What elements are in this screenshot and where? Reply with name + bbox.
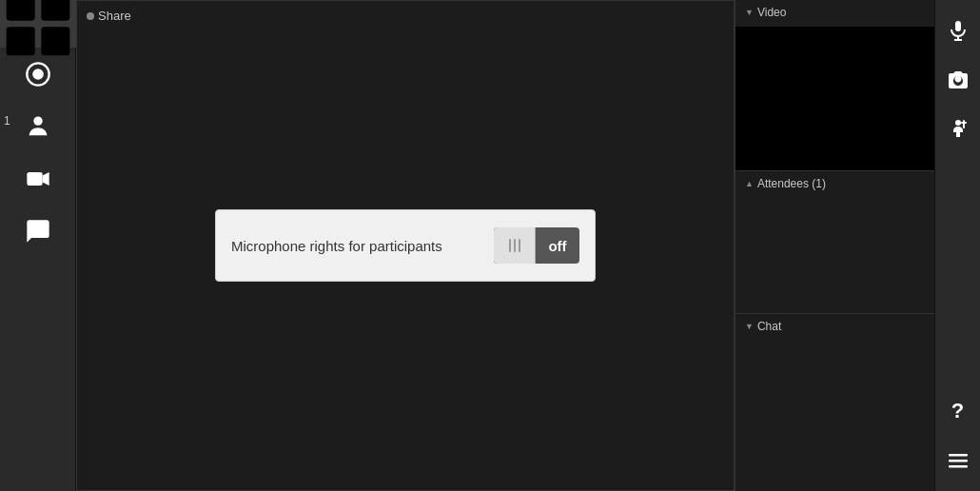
microphone-button[interactable]	[935, 6, 981, 55]
record-icon	[25, 61, 51, 88]
menu-icon	[947, 449, 970, 472]
svg-rect-0	[6, 0, 34, 21]
svg-rect-15	[949, 454, 968, 457]
video-camera-button[interactable]	[0, 152, 76, 205]
attendees-label: Attendees (1)	[745, 177, 826, 190]
toggle-lines	[509, 239, 520, 252]
right-action-bar: ?	[934, 0, 980, 491]
video-section: Video	[735, 0, 934, 171]
dialog-text: Microphone rights for participants	[231, 236, 442, 256]
help-icon: ?	[951, 399, 964, 423]
attendees-section: Attendees (1)	[735, 171, 934, 314]
menu-button[interactable]	[935, 436, 981, 485]
camera-button[interactable]	[935, 55, 981, 105]
left-sidebar: 1	[0, 0, 76, 491]
svg-point-12	[955, 120, 961, 126]
chat-label: Chat	[745, 320, 781, 333]
raise-hand-icon	[947, 118, 970, 141]
svg-marker-8	[42, 172, 49, 186]
raise-hand-button[interactable]	[935, 105, 981, 154]
presenter-icon	[25, 113, 51, 140]
toggle-handle	[494, 227, 536, 264]
toggle-state-label: off	[536, 238, 579, 254]
video-camera-icon	[25, 166, 51, 192]
microphone-rights-dialog: Microphone rights for participants off	[215, 209, 596, 282]
right-panel: Video Attendees (1) Chat	[735, 0, 934, 491]
svg-rect-17	[949, 465, 968, 468]
svg-rect-1	[41, 0, 69, 21]
badge-number: 1	[4, 114, 10, 128]
chat-icon	[25, 218, 51, 245]
share-panel: Share Microphone rights for participants…	[76, 0, 735, 491]
svg-point-6	[33, 116, 42, 125]
grid-button[interactable]	[0, 0, 76, 48]
help-button[interactable]: ?	[935, 386, 981, 436]
chat-button[interactable]	[0, 205, 76, 257]
svg-rect-7	[27, 172, 42, 186]
main-area: Share Microphone rights for participants…	[76, 0, 735, 491]
chat-section: Chat	[735, 314, 934, 491]
microphone-rights-toggle[interactable]: off	[494, 227, 579, 264]
microphone-icon	[947, 19, 970, 42]
record-button[interactable]	[0, 48, 76, 100]
camera-icon	[947, 69, 970, 91]
svg-rect-16	[949, 460, 968, 462]
video-content	[735, 27, 934, 170]
svg-rect-9	[955, 21, 961, 31]
video-label: Video	[745, 6, 786, 19]
presenter-button[interactable]	[0, 100, 76, 152]
svg-point-5	[32, 69, 44, 80]
share-panel-label: Share	[87, 9, 131, 23]
